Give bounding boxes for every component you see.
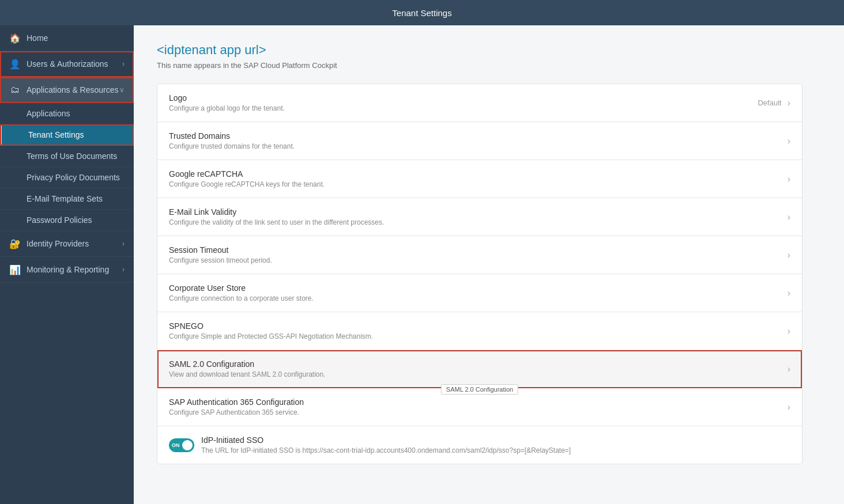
settings-row-recaptcha-content: Google reCAPTCHA Configure Google reCAPT…: [169, 169, 788, 188]
toggle-knob: [182, 440, 193, 450]
toggle-row-idp-sso: ON IdP-Initiated SSO The URL for IdP-ini…: [157, 426, 802, 464]
chevron-right-saml: ›: [788, 364, 790, 374]
settings-row-recaptcha-desc: Configure Google reCAPTCHA keys for the …: [169, 180, 788, 188]
sidebar-users-label: Users & Authorizations: [27, 59, 108, 69]
chevron-right-spnego: ›: [788, 326, 790, 336]
toggle-on-label: ON: [172, 442, 180, 448]
sidebar: 🏠 Home 👤 Users & Authorizations › 🗂 Appl…: [0, 25, 134, 504]
chevron-right-email: ›: [788, 212, 790, 222]
sidebar-item-monitoring[interactable]: 📊 Monitoring & Reporting ›: [0, 257, 134, 283]
settings-row-session-timeout[interactable]: Session Timeout Configure session timeou…: [157, 236, 802, 274]
sidebar-item-home[interactable]: 🏠 Home: [0, 25, 134, 51]
chevron-right-icon-2: ›: [122, 240, 125, 248]
chevron-right-logo: ›: [788, 98, 790, 108]
settings-row-logo[interactable]: Logo Configure a global logo for the ten…: [157, 84, 802, 122]
chevron-down-icon: ∨: [119, 86, 125, 94]
toggle-idp-title: IdP-Initiated SSO: [201, 435, 790, 445]
settings-row-corporate-title: Corporate User Store: [169, 283, 788, 293]
settings-row-trusted-content: Trusted Domains Configure trusted domain…: [169, 131, 788, 150]
settings-row-corporate-right: ›: [788, 288, 790, 298]
settings-row-spnego-content: SPNEGO Configure Simple and Protected GS…: [169, 321, 788, 340]
chevron-right-session: ›: [788, 250, 790, 260]
settings-row-trusted-domains[interactable]: Trusted Domains Configure trusted domain…: [157, 122, 802, 160]
sidebar-subitem-password-label: Password Policies: [27, 215, 92, 225]
settings-row-recaptcha-right: ›: [788, 174, 790, 184]
settings-row-corporate-desc: Configure connection to a corporate user…: [169, 294, 788, 302]
settings-row-corporate-content: Corporate User Store Configure connectio…: [169, 283, 788, 302]
sidebar-item-identity-providers[interactable]: 🔐 Identity Providers ›: [0, 231, 134, 257]
settings-row-spnego-right: ›: [788, 326, 790, 336]
settings-row-logo-content: Logo Configure a global logo for the ten…: [169, 93, 758, 112]
monitoring-icon: 📊: [9, 264, 21, 275]
sidebar-subitem-applications[interactable]: Applications: [0, 103, 134, 124]
sidebar-apps-label: Applications & Resources: [27, 85, 119, 94]
header-title: Tenant Settings: [392, 8, 451, 18]
sidebar-identity-label: Identity Providers: [27, 239, 89, 248]
settings-row-saml-desc: View and download tenant SAML 2.0 config…: [169, 370, 788, 378]
toggle-idp-desc: The URL for IdP-initiated SSO is https:/…: [201, 446, 790, 454]
sidebar-subitem-applications-label: Applications: [27, 109, 70, 118]
settings-row-trusted-desc: Configure trusted domains for the tenant…: [169, 142, 788, 150]
toggle-idp-content: IdP-Initiated SSO The URL for IdP-initia…: [201, 435, 790, 454]
settings-row-trusted-right: ›: [788, 136, 790, 146]
settings-row-email-desc: Configure the validity of the link sent …: [169, 218, 788, 226]
chevron-right-recaptcha: ›: [788, 174, 790, 184]
sidebar-subitem-terms-label: Terms of Use Documents: [27, 151, 117, 161]
idp-sso-toggle[interactable]: ON: [169, 438, 194, 452]
settings-row-logo-desc: Configure a global logo for the tenant.: [169, 104, 758, 112]
settings-row-session-content: Session Timeout Configure session timeou…: [169, 245, 788, 264]
settings-row-recaptcha[interactable]: Google reCAPTCHA Configure Google reCAPT…: [157, 160, 802, 198]
settings-row-logo-right: Default ›: [758, 98, 790, 108]
settings-row-session-right: ›: [788, 250, 790, 260]
settings-row-logo-title: Logo: [169, 93, 758, 103]
settings-row-email-right: ›: [788, 212, 790, 222]
chevron-right-icon: ›: [122, 60, 125, 68]
main-layout: 🏠 Home 👤 Users & Authorizations › 🗂 Appl…: [0, 25, 844, 504]
sidebar-subitem-privacy-label: Privacy Policy Documents: [27, 173, 120, 182]
settings-row-email-content: E-Mail Link Validity Configure the valid…: [169, 207, 788, 226]
settings-row-session-desc: Configure session timeout period.: [169, 256, 788, 264]
settings-list: Logo Configure a global logo for the ten…: [157, 84, 802, 464]
content-area: <idptenant app url> This name appears in…: [134, 25, 844, 504]
chevron-right-icon-3: ›: [122, 266, 125, 274]
settings-row-saml-content: SAML 2.0 Configuration View and download…: [169, 359, 788, 378]
chevron-right-sap-auth: ›: [788, 402, 790, 412]
home-icon: 🏠: [9, 32, 21, 44]
settings-row-sap-auth-title: SAP Authentication 365 Configuration: [169, 397, 788, 407]
chevron-right-corporate: ›: [788, 288, 790, 298]
settings-row-corporate-user[interactable]: Corporate User Store Configure connectio…: [157, 274, 802, 312]
settings-row-saml-right: ›: [788, 364, 790, 374]
sidebar-subitem-email-template[interactable]: E-Mail Template Sets: [0, 188, 134, 210]
settings-row-saml[interactable]: SAML 2.0 Configuration View and download…: [157, 350, 802, 388]
settings-row-sap-auth-content: SAP Authentication 365 Configuration Con…: [169, 397, 788, 416]
sidebar-subitem-tenant-settings[interactable]: Tenant Settings: [0, 124, 134, 146]
apps-icon: 🗂: [9, 84, 21, 96]
settings-row-spnego-title: SPNEGO: [169, 321, 788, 331]
settings-row-session-title: Session Timeout: [169, 245, 788, 255]
sidebar-subitem-terms-of-use[interactable]: Terms of Use Documents: [0, 146, 134, 167]
settings-row-email-title: E-Mail Link Validity: [169, 207, 788, 217]
settings-row-email-validity[interactable]: E-Mail Link Validity Configure the valid…: [157, 198, 802, 236]
chevron-right-trusted: ›: [788, 136, 790, 146]
settings-row-spnego[interactable]: SPNEGO Configure Simple and Protected GS…: [157, 312, 802, 350]
settings-row-saml-title: SAML 2.0 Configuration: [169, 359, 788, 369]
sidebar-subitem-email-label: E-Mail Template Sets: [27, 194, 103, 203]
page-title: <idptenant app url>: [157, 43, 802, 58]
page-subtitle: This name appears in the SAP Cloud Platf…: [157, 61, 802, 70]
top-header: Tenant Settings: [0, 0, 844, 25]
users-icon: 👤: [9, 58, 21, 70]
sidebar-item-users-authorizations[interactable]: 👤 Users & Authorizations ›: [0, 51, 134, 77]
settings-row-recaptcha-title: Google reCAPTCHA: [169, 169, 788, 179]
identity-icon: 🔐: [9, 238, 21, 249]
sidebar-subitem-password-policies[interactable]: Password Policies: [0, 210, 134, 231]
logo-default-label: Default: [758, 98, 781, 107]
settings-row-spnego-desc: Configure Simple and Protected GSS-API N…: [169, 332, 788, 340]
sidebar-item-applications-resources[interactable]: 🗂 Applications & Resources ∨: [0, 77, 134, 103]
sidebar-subitem-privacy-policy[interactable]: Privacy Policy Documents: [0, 167, 134, 188]
sidebar-monitoring-label: Monitoring & Reporting: [27, 265, 109, 274]
settings-row-sap-auth-right: ›: [788, 402, 790, 412]
settings-row-trusted-title: Trusted Domains: [169, 131, 788, 141]
content-inner: <idptenant app url> This name appears in…: [134, 25, 826, 482]
sidebar-subitem-tenant-settings-label: Tenant Settings: [28, 130, 84, 139]
settings-row-sap-auth-desc: Configure SAP Authentication 365 service…: [169, 408, 788, 416]
